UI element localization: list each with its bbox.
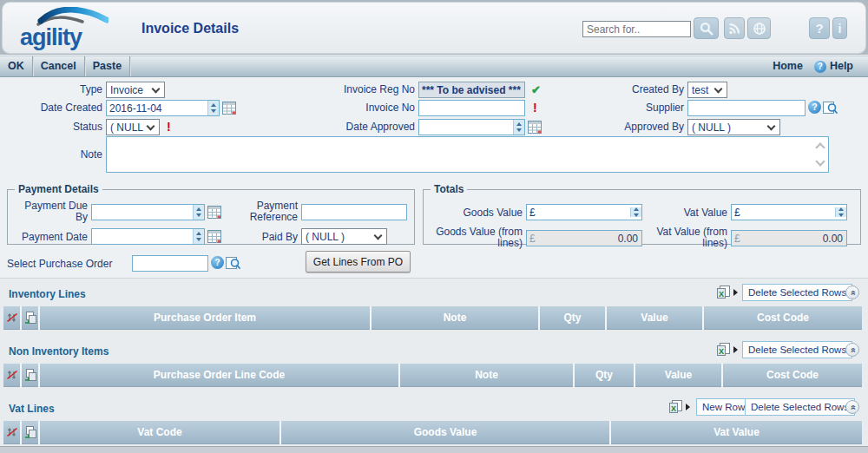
calendar-icon[interactable] bbox=[528, 121, 542, 134]
column-header[interactable]: Purchase Order Item bbox=[40, 306, 370, 330]
inventory-collapse-button[interactable]: » bbox=[845, 286, 859, 299]
clear-rows-icon-cell[interactable] bbox=[3, 364, 20, 387]
payment-date-label: Payment Date bbox=[11, 232, 88, 243]
status-select[interactable]: ( NULL ) bbox=[106, 119, 160, 135]
goods-value-field[interactable]: £ bbox=[526, 204, 642, 220]
column-header[interactable]: Goods Value bbox=[281, 421, 609, 444]
column-header[interactable]: Note bbox=[372, 306, 538, 330]
chevron-down-icon bbox=[147, 121, 155, 130]
supplier-lookup-icon[interactable] bbox=[823, 101, 838, 115]
rss-button[interactable] bbox=[724, 17, 745, 39]
calendar-icon[interactable] bbox=[222, 102, 236, 115]
payment-date-input[interactable] bbox=[92, 229, 193, 244]
invoice-no-input[interactable] bbox=[418, 100, 525, 116]
approved-by-select[interactable]: ( NULL ) bbox=[687, 119, 780, 135]
non-inventory-collapse-button[interactable]: » bbox=[845, 343, 859, 357]
date-created-input[interactable] bbox=[107, 101, 207, 115]
non-inventory-delete-selected-rows-button[interactable]: Delete Selected Rows bbox=[742, 341, 852, 358]
date-spinner[interactable] bbox=[207, 101, 219, 115]
search-button[interactable] bbox=[694, 17, 719, 39]
column-header[interactable]: Cost Code bbox=[723, 364, 862, 387]
clear-rows-icon-cell[interactable] bbox=[3, 421, 20, 444]
clear-sort-icon bbox=[6, 369, 18, 381]
spin-down-icon bbox=[516, 128, 522, 132]
paste-button[interactable]: Paste bbox=[85, 56, 129, 76]
column-header[interactable]: Vat Code bbox=[40, 421, 279, 444]
paid-by-label: Paid By bbox=[225, 232, 298, 243]
calendar-icon[interactable] bbox=[207, 230, 221, 243]
inventory-lines-header: Purchase Order Item Note Qty Value Cost … bbox=[3, 306, 862, 330]
totals-legend: Totals bbox=[431, 183, 467, 195]
cancel-button[interactable]: Cancel bbox=[33, 56, 84, 76]
paid-by-select[interactable]: ( NULL ) bbox=[301, 228, 387, 245]
help-button[interactable]: ? bbox=[809, 17, 830, 39]
column-header[interactable]: Value bbox=[635, 364, 721, 387]
column-header[interactable]: Qty bbox=[575, 364, 634, 387]
header-panel: agility Invoice Details bbox=[2, 2, 866, 54]
column-header[interactable]: Note bbox=[400, 364, 573, 387]
vat-value-input[interactable] bbox=[743, 207, 835, 219]
date-approved-input[interactable] bbox=[419, 120, 513, 135]
payment-due-by-input[interactable] bbox=[92, 205, 193, 220]
vat-export-control[interactable]: X bbox=[669, 400, 690, 413]
currency-symbol: £ bbox=[732, 207, 743, 219]
globe-button[interactable] bbox=[747, 17, 771, 39]
column-header[interactable]: Purchase Order Line Code bbox=[40, 364, 398, 387]
date-approved-field[interactable] bbox=[418, 119, 525, 135]
payment-reference-input[interactable] bbox=[301, 204, 407, 220]
date-spinner[interactable] bbox=[193, 205, 204, 220]
inventory-delete-selected-rows-button[interactable]: Delete Selected Rows bbox=[742, 284, 852, 301]
column-header[interactable]: Qty bbox=[540, 306, 605, 330]
created-by-select[interactable]: test bbox=[687, 82, 727, 98]
purchase-order-lookup-icon[interactable] bbox=[226, 256, 240, 270]
column-header[interactable]: Value bbox=[607, 306, 702, 330]
column-header[interactable]: Vat Value bbox=[611, 421, 862, 444]
calendar-icon[interactable] bbox=[207, 206, 221, 219]
paste-rows-icon-cell[interactable] bbox=[22, 364, 38, 387]
non-inventory-export-control[interactable]: X bbox=[717, 343, 738, 356]
clear-rows-icon-cell[interactable] bbox=[3, 306, 20, 330]
invoice-details-page: agility Invoice Details bbox=[0, 0, 868, 453]
note-textarea[interactable] bbox=[107, 137, 828, 172]
date-spinner[interactable] bbox=[193, 229, 204, 244]
supplier-help-icon[interactable]: ? bbox=[808, 101, 821, 114]
supplier-input[interactable] bbox=[687, 100, 806, 116]
payment-due-by-field[interactable] bbox=[91, 204, 205, 220]
toolbar-right: Home ? Help bbox=[765, 56, 868, 76]
get-lines-from-po-button[interactable]: Get Lines From PO bbox=[306, 251, 411, 272]
export-excel-icon: X bbox=[717, 286, 732, 299]
paste-rows-icon-cell[interactable] bbox=[22, 306, 38, 330]
goods-value-from-lines-label: Goods Value (from lines) bbox=[427, 226, 523, 249]
vat-value-field[interactable]: £ bbox=[731, 204, 847, 220]
info-button[interactable]: i bbox=[832, 17, 847, 39]
value-spinner[interactable] bbox=[630, 207, 641, 217]
goods-value-from-lines-value bbox=[538, 233, 641, 245]
search-input[interactable] bbox=[582, 21, 691, 37]
select-purchase-order-input[interactable] bbox=[132, 255, 208, 272]
date-created-field[interactable] bbox=[106, 100, 220, 116]
required-icon: ! bbox=[167, 120, 171, 134]
purchase-order-help-icon[interactable]: ? bbox=[211, 256, 224, 269]
vat-collapse-button[interactable]: » bbox=[845, 400, 859, 414]
vat-delete-selected-rows-button[interactable]: Delete Selected Rows bbox=[745, 398, 855, 416]
currency-symbol: £ bbox=[527, 207, 538, 219]
date-spinner[interactable] bbox=[513, 120, 524, 135]
collapse-icon: » bbox=[848, 347, 858, 352]
value-spinner[interactable] bbox=[835, 207, 846, 217]
goods-value-input[interactable] bbox=[538, 207, 630, 219]
chevron-down-icon bbox=[714, 84, 723, 93]
inventory-export-control[interactable]: X bbox=[717, 286, 738, 299]
svg-text:X: X bbox=[671, 404, 676, 413]
spin-down-icon bbox=[196, 213, 201, 217]
home-button[interactable]: Home bbox=[765, 56, 811, 76]
ok-button[interactable]: OK bbox=[0, 56, 32, 76]
type-select[interactable]: Invoice bbox=[106, 82, 165, 98]
spin-down-icon bbox=[211, 109, 216, 113]
help-link[interactable]: Help bbox=[830, 56, 861, 76]
payment-date-field[interactable] bbox=[91, 228, 205, 245]
export-menu-arrow-icon bbox=[686, 404, 690, 410]
vat-new-row-button[interactable]: New Row bbox=[696, 398, 751, 416]
paste-rows-icon-cell[interactable] bbox=[22, 421, 38, 444]
clear-sort-icon bbox=[6, 426, 18, 438]
column-header[interactable]: Cost Code bbox=[704, 306, 862, 330]
